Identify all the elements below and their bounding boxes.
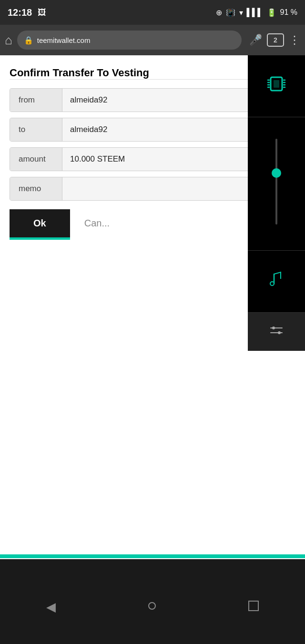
browser-bar: ⌂ 🔒 teemitwallet.com 🎤 2 ⋮ xyxy=(0,25,305,55)
status-add-icon: ⊕ xyxy=(216,8,222,17)
dialog-title: Confirm Transfer To Vesting xyxy=(10,67,149,79)
url-text: teemitwallet.com xyxy=(37,36,91,44)
volume-section[interactable] xyxy=(248,117,305,251)
dark-bottom: ◀ xyxy=(0,559,305,644)
vibrate-section xyxy=(248,55,305,117)
music-icon xyxy=(267,270,285,293)
status-wifi-icon: ▾ xyxy=(239,8,243,17)
back-button[interactable]: ◀ xyxy=(46,600,56,614)
overlay-panel xyxy=(248,55,305,351)
amount-label: amount xyxy=(10,148,62,171)
menu-icon[interactable]: ⋮ xyxy=(289,33,300,47)
mic-icon[interactable]: 🎤 xyxy=(249,34,262,46)
home-icon[interactable]: ⌂ xyxy=(5,33,12,48)
recents-button[interactable] xyxy=(248,601,259,613)
cancel-button[interactable]: Can... xyxy=(84,218,110,229)
volume-thumb[interactable] xyxy=(272,168,281,178)
status-image-icon: 🖼 xyxy=(38,8,46,18)
to-label: to xyxy=(10,118,62,141)
from-label: from xyxy=(10,89,62,112)
nav-bar: ◀ xyxy=(0,588,305,626)
lock-icon: 🔒 xyxy=(24,36,33,45)
status-battery-icon: 🔋 xyxy=(267,8,276,17)
home-nav-button[interactable] xyxy=(148,602,156,612)
eq-section[interactable] xyxy=(248,313,305,351)
tab-count[interactable]: 2 xyxy=(267,33,284,47)
square-icon xyxy=(248,601,259,611)
circle-icon xyxy=(148,602,156,610)
svg-rect-1 xyxy=(274,80,279,88)
teal-bar xyxy=(0,554,305,558)
status-signal-icon: ▌▌▌ xyxy=(247,8,263,17)
eq-icon xyxy=(269,323,284,341)
status-time: 12:18 xyxy=(8,7,32,18)
ok-button[interactable]: Ok xyxy=(10,209,70,237)
status-battery-text: 91 % xyxy=(280,8,297,17)
svg-point-12 xyxy=(272,327,275,329)
status-vibrate-icon: 📳 xyxy=(226,8,235,17)
address-bar[interactable]: 🔒 teemitwallet.com xyxy=(17,31,242,50)
volume-track[interactable] xyxy=(275,139,277,225)
status-bar: 12:18 🖼 ⊕ 📳 ▾ ▌▌▌ 🔋 91 % xyxy=(0,0,305,25)
music-section xyxy=(248,251,305,313)
svg-point-14 xyxy=(278,331,281,334)
vibrate-icon xyxy=(266,73,287,99)
memo-label: memo xyxy=(10,177,62,200)
